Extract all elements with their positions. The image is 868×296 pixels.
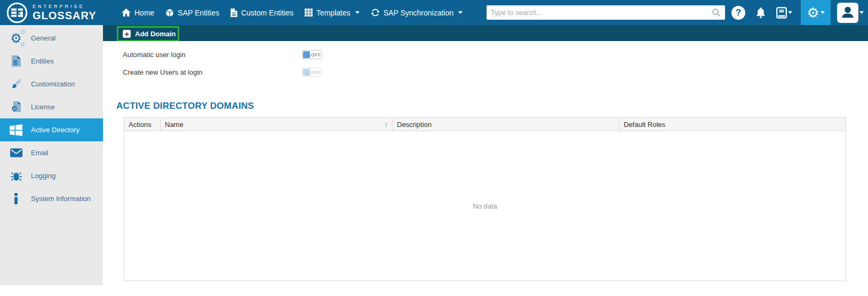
plus-icon: + [123, 30, 131, 38]
sidebar-item-label: License [31, 103, 55, 111]
toggle-state-label: OFF [310, 52, 322, 58]
toggle-state-label: OFF [310, 70, 322, 75]
nav-sap-entities[interactable]: SAP Entities [165, 9, 219, 17]
table-header-row: Actions Name ↑ Description Default Roles [124, 118, 846, 131]
add-domain-label: Add Domain [135, 30, 176, 38]
envelope-icon [7, 148, 25, 157]
help-glyph: ? [736, 7, 741, 18]
grid-icon [305, 9, 313, 17]
caret-down-icon [458, 11, 463, 14]
action-toolbar: + Add Domain [103, 25, 868, 41]
certificate-icon [7, 101, 25, 113]
empty-table-message: No data [473, 202, 497, 210]
nav-templates-label: Templates [316, 9, 351, 17]
brand-line-1: ENTERPRISE [33, 4, 97, 9]
setting-create-new-users-at-login: Create new Users at login OFF [123, 67, 203, 78]
user-icon [840, 5, 856, 21]
glossary-book-icon[interactable] [776, 7, 792, 19]
create-new-users-toggle: OFF [302, 68, 322, 77]
cube-icon [165, 9, 174, 17]
sidebar-item-general[interactable]: ⚙ ⚙ ⚙ General [0, 27, 103, 50]
sidebar-item-logging[interactable]: Logging [0, 164, 103, 187]
sidebar-item-system-information[interactable]: System Information [0, 187, 103, 210]
nav-custom-entities-label: Custom Entities [241, 9, 293, 17]
user-menu[interactable] [837, 3, 864, 23]
info-icon [7, 193, 25, 204]
add-domain-highlight: + Add Domain [117, 26, 179, 42]
column-header-name[interactable]: Name ↑ [161, 118, 393, 131]
sidebar-item-active-directory[interactable]: Active Directory [0, 118, 103, 141]
main-navigation: Home SAP Entities Custom Entities Templa… [122, 8, 463, 17]
page-title: ACTIVE DIRECTORY DOMAINS [116, 101, 254, 111]
nav-home[interactable]: Home [122, 9, 154, 17]
enterprise-glossary-logo-icon [6, 2, 28, 23]
sidebar-item-customization[interactable]: Customization [0, 73, 103, 95]
sidebar-item-label: Customization [31, 80, 75, 88]
sidebar-item-license[interactable]: License [0, 95, 103, 118]
column-header-default-roles[interactable]: Default Roles [619, 118, 846, 131]
gears-icon: ⚙ ⚙ ⚙ [7, 32, 25, 45]
nav-home-label: Home [134, 9, 154, 17]
nav-sap-synchronization[interactable]: SAP Synchronization [371, 8, 463, 17]
document-icon [230, 9, 237, 17]
brand-name: ENTERPRISE GLOSSARY [33, 4, 97, 22]
sidebar-item-entities[interactable]: Entities [0, 50, 103, 73]
help-icon[interactable]: ? [731, 6, 745, 20]
nav-sap-synchronization-label: SAP Synchronization [384, 9, 453, 17]
windows-icon [7, 124, 25, 136]
sort-ascending-icon[interactable]: ↑ [385, 121, 388, 129]
notifications-bell-icon[interactable] [756, 7, 766, 18]
column-header-description[interactable]: Description [393, 118, 619, 131]
document-icon [7, 55, 25, 67]
bug-icon [7, 170, 25, 181]
sidebar-item-email[interactable]: Email [0, 141, 103, 164]
setting-automatic-user-login: Automatic user login OFF [123, 50, 186, 60]
sidebar-item-label: Active Directory [31, 126, 79, 134]
caret-down-icon [859, 11, 864, 14]
sync-icon [371, 8, 380, 17]
plus-glyph: + [124, 30, 129, 38]
brand-logo[interactable]: ENTERPRISE GLOSSARY [0, 2, 113, 23]
settings-gear-icon[interactable]: ⚙ [801, 0, 831, 25]
toggle-knob [303, 51, 310, 58]
sidebar-item-label: Email [31, 149, 49, 157]
setting-label: Create new Users at login [123, 68, 203, 76]
top-navigation-bar: ENTERPRISE GLOSSARY Home SAP Entities Cu… [0, 0, 868, 25]
active-directory-domains-table: Actions Name ↑ Description Default Roles… [124, 117, 846, 281]
nav-sap-entities-label: SAP Entities [178, 9, 219, 17]
column-header-actions[interactable]: Actions [124, 118, 161, 131]
nav-templates[interactable]: Templates [305, 9, 360, 17]
brand-line-2: GLOSSARY [33, 10, 97, 22]
topbar-icon-group: ? ⚙ [731, 0, 868, 25]
nav-custom-entities[interactable]: Custom Entities [230, 9, 293, 17]
automatic-user-login-toggle[interactable]: OFF [302, 50, 322, 59]
home-icon [122, 9, 131, 17]
caret-down-icon [788, 11, 792, 14]
avatar [837, 3, 858, 23]
sidebar-item-label: Logging [31, 172, 55, 180]
sidebar-item-label: General [31, 34, 55, 42]
toggle-knob [303, 69, 310, 76]
add-domain-button[interactable]: + Add Domain [118, 28, 180, 40]
search-box [487, 5, 725, 20]
paintbrush-icon [7, 78, 25, 90]
gear-glyph: ⚙ [807, 6, 819, 20]
caret-down-icon [821, 11, 825, 14]
setting-label: Automatic user login [123, 51, 186, 59]
sidebar-item-label: System Information [31, 195, 91, 203]
settings-sidebar: ⚙ ⚙ ⚙ General Entities Customization Lic… [0, 25, 103, 285]
caret-down-icon [355, 11, 360, 14]
search-icon[interactable] [712, 8, 721, 17]
search-input[interactable] [491, 9, 712, 17]
sidebar-item-label: Entities [31, 57, 54, 65]
active-directory-settings-page: Automatic user login OFF Create new User… [103, 41, 868, 296]
table-body: No data [124, 131, 846, 281]
